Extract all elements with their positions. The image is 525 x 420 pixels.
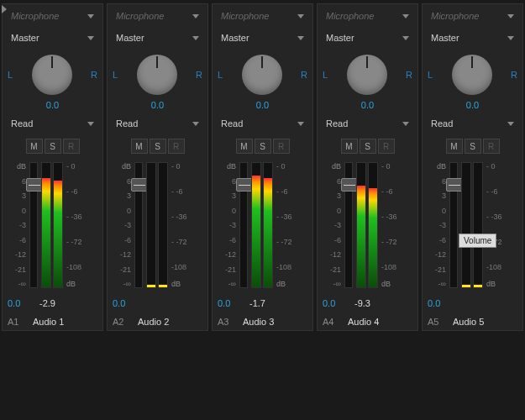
- scale-tick: dB: [486, 280, 496, 288]
- scale-tick: 0: [442, 207, 446, 215]
- solo-button[interactable]: S: [465, 139, 481, 154]
- meter-right: [473, 162, 483, 288]
- scale-tick: -6: [439, 236, 446, 244]
- name-row: A3Audio 3: [218, 317, 307, 327]
- chevron-down-icon: [402, 14, 409, 18]
- output-dropdown[interactable]: Master: [8, 29, 97, 46]
- scale-tick: -∞: [18, 280, 26, 288]
- fader-value: 0.0: [428, 298, 454, 308]
- scale-tick: - -72: [381, 238, 397, 246]
- chevron-down-icon: [507, 122, 514, 126]
- chevron-down-icon: [192, 122, 199, 126]
- mute-button[interactable]: M: [131, 139, 148, 154]
- scale-tick: dB: [122, 162, 131, 171]
- channel-name[interactable]: Audio 1: [33, 317, 64, 327]
- automation-mode-dropdown[interactable]: Read: [218, 115, 307, 132]
- scale-tick: dB: [332, 162, 341, 171]
- pan-knob[interactable]: [347, 55, 387, 95]
- input-dropdown[interactable]: Microphone: [323, 8, 412, 24]
- fader-track[interactable]: [134, 162, 143, 288]
- input-dropdown[interactable]: Microphone: [113, 8, 202, 24]
- channel-strip: MicrophoneMasterLR0.0ReadMSRdB630-3-6-12…: [422, 3, 523, 331]
- fader-scale: dB630-3-6-12-21-∞: [428, 162, 446, 288]
- record-button[interactable]: R: [483, 139, 500, 154]
- meter-left: [356, 162, 366, 288]
- chevron-down-icon: [192, 14, 199, 18]
- channel-name[interactable]: Audio 3: [243, 317, 274, 327]
- pan-right-label: R: [406, 70, 412, 80]
- automation-mode-dropdown[interactable]: Read: [8, 115, 97, 132]
- fader-handle[interactable]: [26, 178, 43, 192]
- channel-strip: MicrophoneMasterLR0.0ReadMSRdB630-3-6-12…: [2, 3, 103, 331]
- output-dropdown[interactable]: Master: [428, 29, 517, 46]
- input-dropdown[interactable]: Microphone: [218, 8, 307, 24]
- pan-knob[interactable]: [242, 55, 282, 95]
- value-row: 0.0-9.3: [323, 298, 412, 308]
- pan-left-label: L: [428, 70, 433, 80]
- meter-scale: - 0- -6- -36- -72-108dB: [381, 162, 400, 288]
- mute-button[interactable]: M: [341, 139, 358, 154]
- channel-id: A2: [113, 317, 133, 327]
- output-dropdown[interactable]: Master: [218, 29, 307, 46]
- record-button[interactable]: R: [63, 139, 80, 154]
- pan-value: 0.0: [151, 100, 164, 110]
- msr-buttons: MSR: [8, 139, 97, 154]
- msr-buttons: MSR: [323, 139, 412, 154]
- automation-mode-dropdown[interactable]: Read: [428, 115, 517, 132]
- level-meters: [356, 162, 378, 288]
- solo-button[interactable]: S: [150, 139, 166, 154]
- solo-button[interactable]: S: [360, 139, 376, 154]
- record-button[interactable]: R: [273, 139, 290, 154]
- msr-buttons: MSR: [428, 139, 517, 154]
- fader-scale: dB630-3-6-12-21-∞: [113, 162, 131, 288]
- automation-mode-dropdown[interactable]: Read: [323, 115, 412, 132]
- record-button[interactable]: R: [168, 139, 185, 154]
- fader-value: 0.0: [323, 298, 349, 308]
- scale-tick: - 0: [486, 162, 496, 171]
- meter-scale: - 0- -6- -36- -72-108dB: [486, 162, 505, 288]
- input-dropdown[interactable]: Microphone: [8, 8, 97, 24]
- fader-track[interactable]: [344, 162, 353, 288]
- scale-tick: -108: [276, 263, 291, 271]
- automation-mode-dropdown[interactable]: Read: [113, 115, 202, 132]
- output-dropdown[interactable]: Master: [113, 29, 202, 46]
- solo-button[interactable]: S: [255, 139, 271, 154]
- expand-arrow-icon[interactable]: [2, 5, 7, 13]
- chevron-down-icon: [507, 14, 514, 18]
- scale-tick: - -72: [276, 238, 292, 246]
- pan-knob[interactable]: [452, 55, 492, 95]
- channel-strip: MicrophoneMasterLR0.0ReadMSRdB630-3-6-12…: [317, 3, 418, 331]
- solo-button[interactable]: S: [45, 139, 61, 154]
- scale-tick: -3: [124, 221, 131, 229]
- meter-zone: dB630-3-6-12-21-∞- 0- -6- -36- -72-108dB: [323, 162, 412, 288]
- input-dropdown[interactable]: Microphone: [428, 8, 517, 24]
- fader-handle[interactable]: [446, 178, 463, 192]
- scale-tick: - 0: [381, 162, 391, 171]
- mute-button[interactable]: M: [446, 139, 463, 154]
- scale-tick: -6: [229, 236, 236, 244]
- scale-tick: - -6: [276, 187, 288, 196]
- fader-track[interactable]: [29, 162, 38, 288]
- fader-scale: dB630-3-6-12-21-∞: [218, 162, 236, 288]
- name-row: A1Audio 1: [8, 317, 97, 327]
- fader-handle[interactable]: [131, 178, 148, 192]
- pan-knob[interactable]: [32, 55, 72, 95]
- mute-button[interactable]: M: [236, 139, 253, 154]
- fader-handle[interactable]: [341, 178, 358, 192]
- meter-zone: dB630-3-6-12-21-∞- 0- -6- -36- -72-108dB: [8, 162, 97, 288]
- scale-tick: - -36: [486, 213, 502, 221]
- fader-track[interactable]: [239, 162, 248, 288]
- channel-id: A4: [323, 317, 343, 327]
- channel-name[interactable]: Audio 2: [138, 317, 169, 327]
- output-dropdown[interactable]: Master: [323, 29, 412, 46]
- channel-name[interactable]: Audio 5: [453, 317, 484, 327]
- channel-name[interactable]: Audio 4: [348, 317, 379, 327]
- mute-button[interactable]: M: [26, 139, 43, 154]
- scale-tick: 3: [337, 192, 341, 200]
- pan-knob[interactable]: [137, 55, 177, 95]
- fader-track[interactable]: [449, 162, 458, 288]
- record-button[interactable]: R: [378, 139, 395, 154]
- level-meters: [461, 162, 483, 288]
- chevron-down-icon: [87, 122, 94, 126]
- fader-handle[interactable]: [236, 178, 253, 192]
